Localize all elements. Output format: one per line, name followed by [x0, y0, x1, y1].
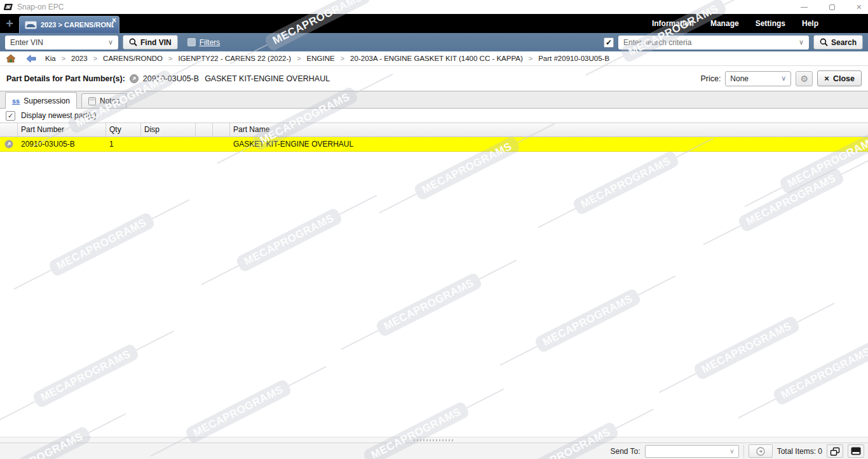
breadcrumb-item[interactable]: Part #20910-03U05-B: [538, 55, 609, 62]
breadcrumb-item[interactable]: Kia: [45, 55, 56, 62]
close-button[interactable]: × Close: [817, 70, 862, 86]
cell-part-number: 20910-03U05-B: [18, 140, 106, 149]
breadcrumb-separator-icon: >: [341, 55, 344, 62]
display-newest-checkbox[interactable]: ✓: [6, 111, 15, 121]
vin-input[interactable]: Enter VIN ∨: [5, 36, 118, 50]
header-qty[interactable]: Qty: [106, 123, 141, 136]
cell-qty: 1: [106, 140, 141, 149]
table-row[interactable]: 20910-03U05-B 1 GASKET KIT-ENGINE OVERHA…: [0, 137, 868, 152]
part-name-value: GASKET KIT-ENGINE OVERHAUL: [205, 74, 330, 83]
price-settings-button[interactable]: ⚙: [796, 71, 813, 86]
splitter-grip-icon: [414, 439, 454, 441]
total-items-label: Total Items: 0: [777, 447, 822, 456]
minimize-icon[interactable]: [801, 7, 808, 8]
title-bar: Snap-on EPC ×: [0, 0, 868, 14]
breadcrumb-separator-icon: >: [168, 55, 172, 62]
search-toolbar: Enter VIN ∨ Find VIN Filters ✓ Enter sea…: [0, 33, 868, 51]
detail-tabstrip: ss Supersession Notes: [0, 91, 868, 109]
header-extra1: [196, 123, 213, 136]
breadcrumb-item[interactable]: CARENS/RONDO: [103, 55, 163, 62]
chevron-down-icon: ∨: [781, 74, 786, 83]
close-window-icon[interactable]: ×: [857, 3, 862, 11]
circle-arrow-icon: [756, 447, 765, 456]
breadcrumb-item[interactable]: 20-203A - ENGINE GASKET KIT (1400 CC - K…: [350, 55, 523, 62]
find-vin-button[interactable]: Find VIN: [123, 35, 178, 50]
search-icon: [820, 38, 828, 46]
filters-checkbox[interactable]: [187, 38, 196, 46]
send-to-select[interactable]: ∨: [645, 445, 739, 458]
display-newest-label: Display newest part(s): [21, 111, 97, 120]
search-icon: [129, 38, 137, 46]
tab-close-icon[interactable]: ×: [112, 17, 116, 24]
window-icon: [851, 447, 861, 455]
price-select[interactable]: None ∨: [725, 71, 791, 86]
back-arrow-icon[interactable]: [26, 55, 36, 63]
header-disp[interactable]: Disp: [141, 123, 196, 136]
new-tab-button[interactable]: +: [2, 17, 17, 30]
splitter[interactable]: [0, 437, 868, 443]
supersession-sphere-icon: [4, 140, 13, 149]
breadcrumb-item[interactable]: ENGINE: [307, 55, 335, 62]
chevron-down-icon: ∨: [729, 448, 734, 455]
menu-settings[interactable]: Settings: [756, 19, 785, 28]
divider: [743, 445, 744, 458]
tab-bar: + 2023 > CARENS/ROND... × Information Ma…: [0, 14, 868, 33]
breadcrumb: Kia>2023>CARENS/RONDO>IGENPTY22 - CARENS…: [0, 51, 868, 66]
content-area: [0, 152, 868, 437]
send-go-button[interactable]: [749, 444, 773, 458]
home-icon[interactable]: [6, 54, 16, 63]
breadcrumb-item[interactable]: 2023: [71, 55, 88, 62]
filters-link[interactable]: Filters: [200, 38, 220, 47]
header-extra2: [213, 123, 230, 136]
cascade-windows-icon: [830, 447, 840, 456]
breadcrumb-separator-icon: >: [529, 55, 532, 62]
search-button[interactable]: Search: [813, 35, 863, 50]
breadcrumb-items: Kia>2023>CARENS/RONDO>IGENPTY22 - CARENS…: [45, 55, 609, 62]
part-number-value: 20910-03U05-B: [143, 74, 199, 83]
chevron-down-icon: ∨: [108, 38, 113, 46]
menu-information[interactable]: Information: [652, 19, 694, 28]
header-part-number[interactable]: Part Number: [18, 123, 106, 136]
part-details-label: Part Details for Part Number(s):: [6, 74, 125, 83]
part-details-bar: Part Details for Part Number(s): 20910-0…: [0, 66, 868, 91]
note-icon: [88, 97, 96, 105]
cascade-windows-button[interactable]: [827, 444, 843, 458]
supersession-ss-icon: ss: [12, 97, 20, 105]
window-mode-button[interactable]: [848, 444, 864, 458]
supersession-sphere-icon: [130, 74, 139, 83]
close-icon: ×: [824, 74, 829, 83]
menu-manage[interactable]: Manage: [710, 19, 739, 28]
breadcrumb-separator-icon: >: [62, 55, 65, 62]
chevron-down-icon: ∨: [799, 38, 804, 46]
header-part-name[interactable]: Part Name: [230, 123, 868, 136]
gear-icon: ⚙: [801, 74, 809, 84]
car-icon: [25, 21, 37, 29]
catalog-tab[interactable]: 2023 > CARENS/ROND... ×: [19, 16, 119, 33]
tab-notes[interactable]: Notes: [81, 93, 126, 108]
display-newest-row: ✓ Display newest part(s): [0, 109, 868, 123]
tab-supersession[interactable]: ss Supersession: [5, 92, 77, 109]
tab-label: 2023 > CARENS/ROND...: [41, 21, 114, 29]
price-label: Price:: [700, 74, 721, 83]
search-placeholder: Enter search criteria: [623, 38, 691, 47]
snapon-logo-icon: [4, 3, 14, 11]
app-window: Snap-on EPC × + 2023 > CARENS/ROND... × …: [0, 0, 868, 459]
search-criteria-input[interactable]: Enter search criteria ∨: [618, 36, 809, 50]
search-checkbox[interactable]: ✓: [604, 37, 614, 48]
menu-help[interactable]: Help: [802, 19, 818, 28]
parts-table-header: Part Number Qty Disp Part Name: [0, 123, 868, 137]
breadcrumb-separator-icon: >: [297, 55, 301, 62]
breadcrumb-item[interactable]: IGENPTY22 - CARENS 22 (2022-): [178, 55, 291, 62]
menu-bar: Information Manage Settings Help: [652, 19, 868, 28]
cell-part-name: GASKET KIT-ENGINE OVERHAUL: [230, 140, 868, 149]
status-bar: Send To: ∨ Total Items: 0: [0, 443, 868, 459]
vin-placeholder: Enter VIN: [10, 38, 43, 47]
header-expander: [0, 123, 18, 136]
maximize-icon[interactable]: [829, 4, 835, 10]
send-to-label: Send To:: [610, 447, 640, 456]
app-title: Snap-on EPC: [17, 3, 64, 11]
breadcrumb-separator-icon: >: [93, 55, 97, 62]
